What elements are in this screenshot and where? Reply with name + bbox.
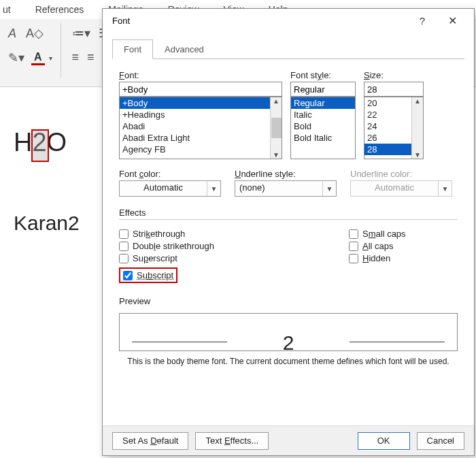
clear-format-icon[interactable]: A: [5, 24, 19, 44]
fontstyle-label: Font style:: [290, 70, 356, 80]
chk-hidden[interactable]: Hidden: [349, 253, 458, 263]
chk-subscript[interactable]: Subscript: [119, 267, 177, 283]
list-item[interactable]: Italic: [291, 109, 355, 120]
cancel-button[interactable]: Cancel: [417, 432, 464, 450]
chk-strikethrough[interactable]: Strikethrough: [119, 229, 349, 239]
doc-text: O: [47, 128, 67, 157]
list-item[interactable]: +Body: [120, 97, 282, 109]
list-item[interactable]: Abadi Extra Light: [120, 132, 282, 144]
list-item[interactable]: Bold: [291, 120, 355, 132]
underlinestyle-label: Underline style:: [235, 169, 337, 179]
preview-label: Preview: [119, 296, 458, 306]
clear-icon[interactable]: A◇: [23, 23, 46, 44]
tab-font[interactable]: Font: [112, 39, 153, 59]
list-item[interactable]: Bold Italic: [291, 132, 355, 144]
preview-text: 2: [283, 331, 294, 355]
chk-allcaps[interactable]: All caps: [349, 241, 458, 251]
align-left-icon[interactable]: ≡: [69, 48, 82, 67]
preview-box: 2: [119, 313, 458, 351]
chevron-down-icon[interactable]: ▼: [322, 181, 336, 196]
ribbon-tab[interactable]: ut: [0, 3, 14, 16]
tab-advanced[interactable]: Advanced: [153, 39, 216, 59]
chevron-down-icon[interactable]: ▼: [273, 151, 279, 159]
dialog-buttons: Set As Default Text Effects... OK Cancel: [103, 425, 474, 455]
close-button[interactable]: ✕: [437, 14, 467, 27]
dialog-title: Font: [112, 16, 130, 26]
align-center-icon[interactable]: ≡: [84, 48, 97, 67]
chevron-down-icon: ▼: [438, 181, 452, 196]
size-input[interactable]: [364, 82, 424, 97]
underlinecolor-combo: Automatic ▼: [350, 180, 452, 197]
fontstyle-input[interactable]: [290, 82, 356, 97]
font-dialog: Font ? ✕ Font Advanced Font: +Body +Head…: [102, 8, 475, 456]
list-item[interactable]: Regular: [291, 97, 355, 109]
chk-double-strikethrough[interactable]: Double strikethrough: [119, 241, 349, 251]
combo-value: Automatic: [351, 181, 438, 196]
effects-label: Effects: [119, 208, 458, 218]
chk-smallcaps[interactable]: Small caps: [349, 229, 458, 239]
combo-value: Automatic: [120, 181, 207, 196]
fontcolor-combo[interactable]: Automatic ▼: [119, 180, 221, 197]
text-effects-button[interactable]: Text Effects...: [195, 432, 269, 450]
chevron-up-icon[interactable]: ▲: [414, 97, 421, 105]
underlinestyle-combo[interactable]: (none) ▼: [235, 180, 337, 197]
combo-value: (none): [235, 181, 322, 196]
list-item[interactable]: Agency FB: [120, 144, 282, 155]
help-button[interactable]: ?: [407, 15, 437, 27]
underlinecolor-label: Underline color:: [350, 169, 452, 179]
ribbon-tab[interactable]: References: [33, 3, 87, 16]
preview-note: This is the body theme font. The current…: [119, 357, 458, 366]
bullets-icon[interactable]: ≔▾: [69, 23, 93, 44]
size-label: Size:: [364, 70, 424, 80]
chk-superscript[interactable]: Superscript: [119, 253, 349, 263]
fontcolor-label: Font color:: [119, 169, 221, 179]
chevron-down-icon[interactable]: ▼: [207, 181, 220, 196]
list-item[interactable]: Abadi: [120, 120, 282, 132]
scrollbar[interactable]: ▲▼: [411, 97, 423, 159]
selection-highlight: [31, 129, 49, 162]
font-color-icon[interactable]: A: [31, 51, 45, 65]
font-listbox[interactable]: +Body +Headings Abadi Abadi Extra Light …: [119, 97, 282, 159]
chevron-down-icon[interactable]: ▼: [414, 151, 421, 159]
highlight-icon[interactable]: ✎▾: [5, 48, 27, 68]
font-input[interactable]: [119, 82, 282, 97]
scrollbar-thumb[interactable]: [271, 118, 282, 138]
set-default-button[interactable]: Set As Default: [112, 432, 188, 450]
fontstyle-listbox[interactable]: Regular Italic Bold Bold Italic: [290, 97, 356, 159]
chevron-up-icon[interactable]: ▲: [273, 97, 279, 105]
size-listbox[interactable]: 20 22 24 26 28 ▲▼: [364, 97, 424, 159]
ok-button[interactable]: OK: [358, 432, 410, 450]
doc-line-h2o: H2O: [14, 128, 67, 157]
doc-text: H: [14, 128, 32, 157]
scrollbar[interactable]: ▲▼: [270, 97, 282, 159]
dialog-tabs: Font Advanced: [112, 39, 464, 59]
font-label: Font:: [119, 70, 282, 80]
list-item[interactable]: +Headings: [120, 109, 282, 120]
